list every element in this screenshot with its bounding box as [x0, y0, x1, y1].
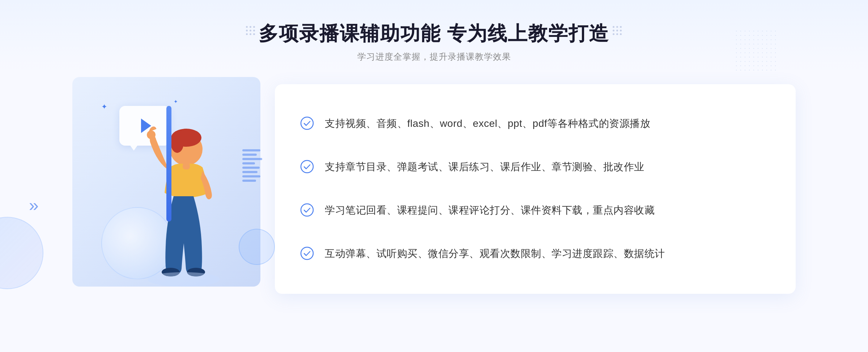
content-area: ✦ ✦ — [0, 77, 868, 301]
stripes-decoration — [242, 149, 264, 185]
svg-point-7 — [148, 272, 220, 287]
person-figure — [130, 120, 231, 301]
illustration-card: ✦ ✦ — [72, 77, 282, 301]
feature-text-2: 支持章节目录、弹题考试、课后练习、课后作业、章节测验、批改作业 — [325, 159, 644, 175]
deco-circle-small — [239, 229, 275, 265]
blue-bar-accent — [166, 106, 171, 222]
header-dots-left — [246, 26, 255, 35]
header-dots-right — [613, 26, 622, 35]
feature-item-3: 学习笔记回看、课程提问、课程评论打分、课件资料下载，重点内容收藏 — [300, 202, 770, 219]
feature-item-1: 支持视频、音频、flash、word、excel、ppt、pdf等各种格式的资源… — [300, 116, 770, 132]
main-title: 多项录播课辅助功能 专为线上教学打造 — [0, 22, 868, 45]
dot-grid-right — [613, 26, 622, 35]
feature-item-4: 互动弹幕、试听购买、微信分享、观看次数限制、学习进度跟踪、数据统计 — [300, 246, 770, 262]
svg-point-9 — [301, 160, 313, 173]
feature-text-3: 学习笔记回看、课程提问、课程评论打分、课件资料下载，重点内容收藏 — [325, 202, 655, 219]
header-section: 多项录播课辅助功能 专为线上教学打造 学习进度全掌握，提升录播课教学效果 — [0, 0, 868, 77]
sparkle-icon-2: ✦ — [174, 99, 178, 104]
page-wrapper: » 多项录播课辅助功能 专为线上教学打造 学习进度全掌握，提升录播课教学效果 — [0, 0, 868, 352]
check-icon-4 — [300, 246, 314, 260]
svg-point-10 — [301, 204, 313, 216]
check-icon-1 — [300, 116, 314, 130]
subtitle: 学习进度全掌握，提升录播课教学效果 — [0, 51, 868, 63]
check-icon-3 — [300, 203, 314, 217]
svg-point-11 — [301, 247, 313, 259]
feature-text-1: 支持视频、音频、flash、word、excel、ppt、pdf等各种格式的资源… — [325, 116, 650, 132]
svg-point-8 — [301, 117, 313, 129]
features-panel: 支持视频、音频、flash、word、excel、ppt、pdf等各种格式的资源… — [275, 84, 796, 294]
sparkle-icon-1: ✦ — [101, 102, 107, 111]
check-icon-2 — [300, 160, 314, 173]
feature-text-4: 互动弹幕、试听购买、微信分享、观看次数限制、学习进度跟踪、数据统计 — [325, 246, 665, 262]
dot-grid-left — [246, 26, 255, 35]
svg-point-3 — [147, 130, 156, 139]
svg-rect-6 — [183, 163, 190, 169]
svg-point-2 — [171, 133, 184, 153]
feature-item-2: 支持章节目录、弹题考试、课后练习、课后作业、章节测验、批改作业 — [300, 159, 770, 175]
